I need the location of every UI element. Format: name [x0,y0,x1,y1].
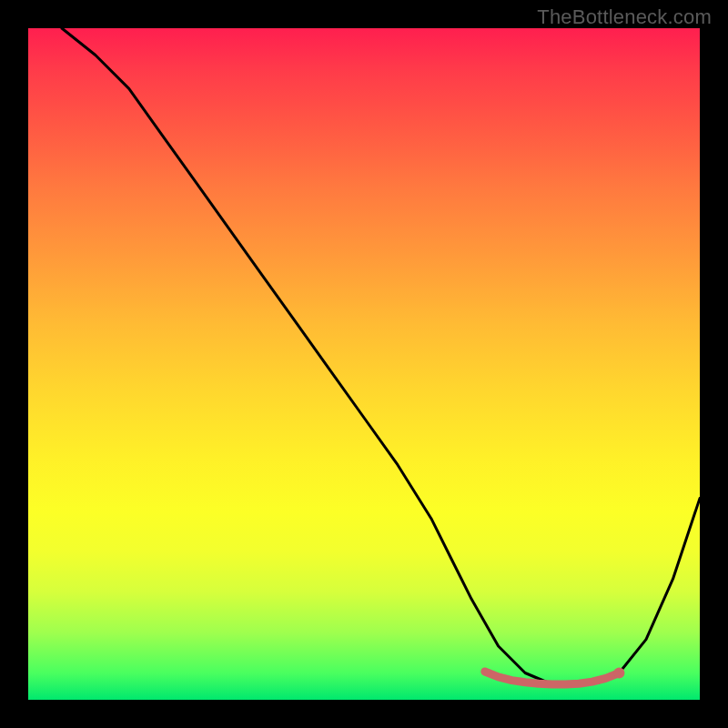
main-curve-path [62,28,700,684]
chart-frame: TheBottleneck.com [0,0,728,728]
watermark-label: TheBottleneck.com [537,5,712,29]
marker-band-path [485,672,620,684]
marker-end-dot [613,668,624,679]
plot-area [28,28,700,700]
marker-dots [613,668,624,679]
chart-svg [28,28,700,700]
